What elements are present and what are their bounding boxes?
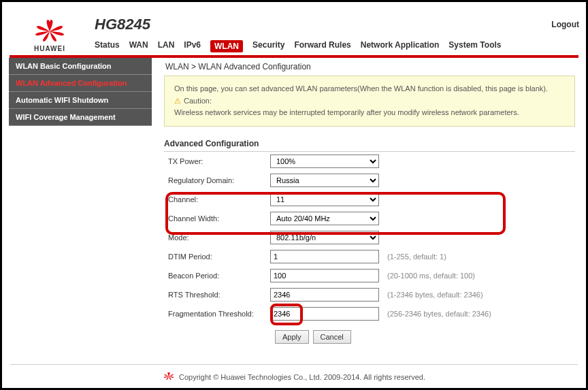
sidebar-item-wlan-advanced-configuration[interactable]: WLAN Advanced Configuration [9,75,152,92]
frag-label: Fragmentation Threshold: [164,304,266,323]
mode-label: Mode: [164,228,266,247]
frag-hint: (256-2346 bytes, default: 2346) [383,304,575,323]
tab-ipv6[interactable]: IPv6 [184,40,201,52]
beacon-label: Beacon Period: [164,266,266,285]
sidebar-item-automatic-wifi-shutdown[interactable]: Automatic WIFI Shutdown [9,92,152,109]
tx-power-select[interactable]: 100% [270,155,379,168]
tab-wan[interactable]: WAN [129,40,148,52]
reg-domain-label: Regulatory Domain: [164,171,266,190]
tx-power-label: TX Power: [164,152,266,171]
dtim-label: DTIM Period: [164,247,266,266]
apply-button[interactable]: Apply [275,330,309,344]
section-title: Advanced Configuration [164,136,575,152]
cancel-button[interactable]: Cancel [313,330,351,344]
rts-hint: (1-2346 bytes, default: 2346) [383,285,575,304]
breadcrumb: WLAN > WLAN Advanced Configuration [164,58,575,76]
tab-wlan[interactable]: WLAN [210,40,243,52]
tab-status[interactable]: Status [95,40,120,52]
sidebar: WLAN Basic ConfigurationWLAN Advanced Co… [9,58,152,355]
rts-input[interactable] [270,288,379,302]
reg-domain-select[interactable]: Russia [270,174,379,187]
footer-text: Copyright © Huawei Technologies Co., Ltd… [179,373,425,381]
info-line1: On this page, you can set advanced WLAN … [174,83,565,95]
channel-label: Channel: [164,190,266,209]
logout-link[interactable]: Logout [551,20,579,29]
tab-forward-rules[interactable]: Forward Rules [294,40,350,52]
dtim-input[interactable] [270,250,379,263]
channel-width-label: Channel Width: [164,209,266,228]
warning-icon: ⚠ [174,97,181,105]
rts-label: RTS Threshold: [164,285,266,304]
tab-system-tools[interactable]: System Tools [448,40,501,52]
channel-select[interactable]: 11 [270,193,379,206]
tab-security[interactable]: Security [252,40,284,52]
dtim-hint: (1-255, default: 1) [383,247,575,266]
sidebar-item-wifi-coverage-management[interactable]: WIFI Coverage Management [9,109,152,126]
tab-lan[interactable]: LAN [158,40,175,52]
brand-logo: HUAWEI [9,7,91,55]
info-line2: Wireless network services may be interru… [174,107,565,119]
beacon-hint: (20-1000 ms, default: 100) [383,266,575,285]
mode-select[interactable]: 802.11b/g/n [270,231,379,244]
top-nav: StatusWANLANIPv6WLANSecurityForward Rule… [95,40,579,55]
tab-network-application[interactable]: Network Application [361,40,440,52]
footer-logo-icon [163,372,175,383]
frag-input[interactable] [270,307,379,321]
brand-text: HUAWEI [34,45,65,52]
beacon-input[interactable] [270,269,379,282]
info-caution: Caution: [184,97,212,105]
info-box: On this page, you can set advanced WLAN … [164,76,575,127]
model-title: HG8245 [95,16,579,33]
huawei-flower-icon [33,20,67,44]
sidebar-item-wlan-basic-configuration[interactable]: WLAN Basic Configuration [9,58,152,75]
footer: Copyright © Huawei Technologies Co., Ltd… [9,365,579,388]
channel-width-select[interactable]: Auto 20/40 MHz [270,212,379,225]
